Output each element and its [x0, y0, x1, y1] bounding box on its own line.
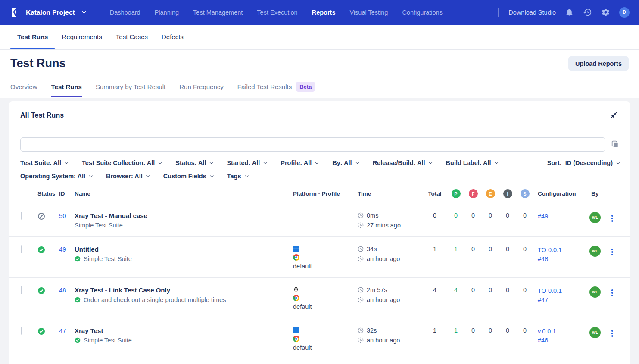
time-cell: 0ms 27 mins ago	[358, 212, 422, 229]
total-count: 1	[422, 327, 447, 334]
report-tab-summary[interactable]: Summary by Test Result	[96, 83, 165, 97]
filter-by[interactable]: By: All	[332, 159, 358, 166]
row-actions-kebab-icon[interactable]	[611, 214, 614, 223]
config-link[interactable]: #47	[538, 296, 584, 305]
col-id: ID	[59, 190, 75, 197]
by-avatar[interactable]: WL	[589, 286, 601, 298]
run-name[interactable]: Untitled	[75, 246, 293, 253]
failed-count: 0	[464, 212, 482, 219]
filter-operating-system[interactable]: Operating System: All	[20, 173, 91, 180]
run-id-link[interactable]: 48	[59, 286, 66, 294]
skipped-count: 0	[516, 212, 533, 219]
run-duration: 2m 57s	[367, 286, 387, 293]
platform-cell: default	[293, 327, 358, 351]
total-count: 0	[422, 212, 447, 219]
config-link[interactable]: #48	[538, 255, 584, 264]
search-input[interactable]	[20, 137, 605, 152]
row-checkbox[interactable]	[21, 327, 22, 335]
filter-tags[interactable]: Tags	[227, 173, 247, 180]
tab-test-cases[interactable]: Test Cases	[109, 25, 155, 49]
tab-defects[interactable]: Defects	[155, 25, 190, 49]
nav-item-dashboard[interactable]: Dashboard	[110, 9, 140, 16]
bell-icon[interactable]	[565, 8, 574, 17]
table-row: 50 Xray Test - Manual case Simple Test S…	[9, 203, 630, 236]
nav-item-reports[interactable]: Reports	[312, 9, 336, 16]
col-time: Time	[358, 190, 422, 197]
config-link[interactable]: TO 0.0.1	[538, 246, 584, 255]
clock-icon	[358, 287, 364, 293]
by-avatar[interactable]: WL	[589, 246, 601, 257]
report-tab-overview[interactable]: Overview	[10, 83, 37, 97]
config-link[interactable]: TO 0.0.1	[538, 286, 584, 296]
nav-item-test-execution[interactable]: Test Execution	[257, 9, 297, 16]
skipped-count: 0	[516, 327, 533, 334]
report-tab-run-frequency[interactable]: Run Frequency	[179, 83, 224, 97]
all-test-runs-panel: All Test Runs Test Suite: All Test Suite	[9, 101, 630, 364]
page-header: Test Runs Upload Reports Overview Test R…	[0, 50, 639, 98]
filter-release-build[interactable]: Release/Build: All	[373, 159, 431, 166]
chevron-down-icon[interactable]	[82, 9, 86, 14]
table-row: 48 Xray Test - Link Test Case Only Order…	[9, 277, 630, 318]
filter-test-suite[interactable]: Test Suite: All	[20, 159, 67, 166]
calendar-clock-icon	[358, 256, 364, 262]
passed-status-icon	[37, 287, 45, 295]
report-tab-test-runs[interactable]: Test Runs	[51, 83, 82, 97]
report-tab-failed-test-results[interactable]: Failed Test Results Beta	[237, 82, 316, 98]
history-icon[interactable]	[583, 8, 592, 17]
filter-test-suite-collection[interactable]: Test Suite Collection: All	[82, 159, 161, 166]
collapse-icon[interactable]	[609, 110, 619, 120]
project-selector-label[interactable]: Katalon Project	[26, 9, 75, 16]
run-id-link[interactable]: 47	[59, 327, 66, 334]
row-actions-kebab-icon[interactable]	[611, 329, 614, 338]
row-actions-kebab-icon[interactable]	[611, 248, 614, 256]
nav-item-visual-testing[interactable]: Visual Testing	[349, 9, 388, 16]
config-link[interactable]: #49	[538, 212, 584, 221]
profile-label: default	[293, 344, 358, 351]
upload-reports-button[interactable]: Upload Reports	[568, 56, 629, 71]
run-id-link[interactable]: 49	[59, 246, 66, 253]
chevron-down-icon	[245, 174, 248, 177]
chevron-down-icon	[429, 160, 432, 164]
total-count: 1	[422, 246, 447, 252]
run-name[interactable]: Xray Test - Link Test Case Only	[75, 286, 293, 294]
run-subtitle: Simple Test Suite	[75, 222, 123, 229]
filter-custom-fields[interactable]: Custom Fields	[163, 173, 212, 180]
sort-control[interactable]: Sort: ID (Descending)	[547, 159, 619, 166]
user-avatar[interactable]: D	[619, 7, 630, 18]
filter-status[interactable]: Status: All	[175, 159, 212, 166]
filter-started[interactable]: Started: All	[227, 159, 266, 166]
by-avatar[interactable]: WL	[589, 327, 601, 338]
by-avatar[interactable]: WL	[589, 212, 601, 223]
filter-bar: Test Suite: All Test Suite Collection: A…	[9, 152, 630, 180]
skipped-badge-icon: S	[521, 189, 530, 198]
platform-cell: default	[293, 246, 358, 270]
run-name[interactable]: Xray Test - Manual case	[75, 212, 293, 219]
row-actions-kebab-icon[interactable]	[611, 289, 614, 297]
nav-item-planning[interactable]: Planning	[155, 9, 179, 16]
copy-icon[interactable]	[611, 140, 619, 149]
filter-browser[interactable]: Browser: All	[106, 173, 149, 180]
tab-test-runs[interactable]: Test Runs	[10, 25, 55, 49]
top-navbar: Katalon Project Dashboard Planning Test …	[0, 0, 639, 25]
chevron-down-icon	[263, 160, 267, 164]
chrome-icon	[293, 336, 299, 342]
run-subtitle: Simple Test Suite	[84, 337, 132, 344]
config-link[interactable]: #46	[538, 336, 584, 345]
gear-icon[interactable]	[601, 8, 610, 17]
row-checkbox[interactable]	[21, 286, 22, 294]
table-row: 49 Untitled Simple Test Suite default	[9, 236, 630, 277]
row-checkbox[interactable]	[21, 245, 22, 253]
tab-requirements[interactable]: Requirements	[55, 25, 109, 49]
row-checkbox[interactable]	[21, 212, 22, 220]
clock-icon	[358, 246, 364, 252]
nav-item-configurations[interactable]: Configurations	[402, 9, 443, 16]
run-duration: 0ms	[367, 212, 378, 219]
filter-profile[interactable]: Profile: All	[281, 159, 318, 166]
run-name[interactable]: Xray Test	[75, 327, 293, 334]
download-studio-link[interactable]: Download Studio	[508, 9, 556, 16]
config-link[interactable]: v.0.0.1	[538, 327, 584, 336]
nav-item-test-management[interactable]: Test Management	[193, 9, 243, 16]
filter-build-label[interactable]: Build Label: All	[446, 159, 497, 166]
run-id-link[interactable]: 50	[59, 212, 66, 219]
passed-badge-icon: P	[452, 189, 461, 198]
